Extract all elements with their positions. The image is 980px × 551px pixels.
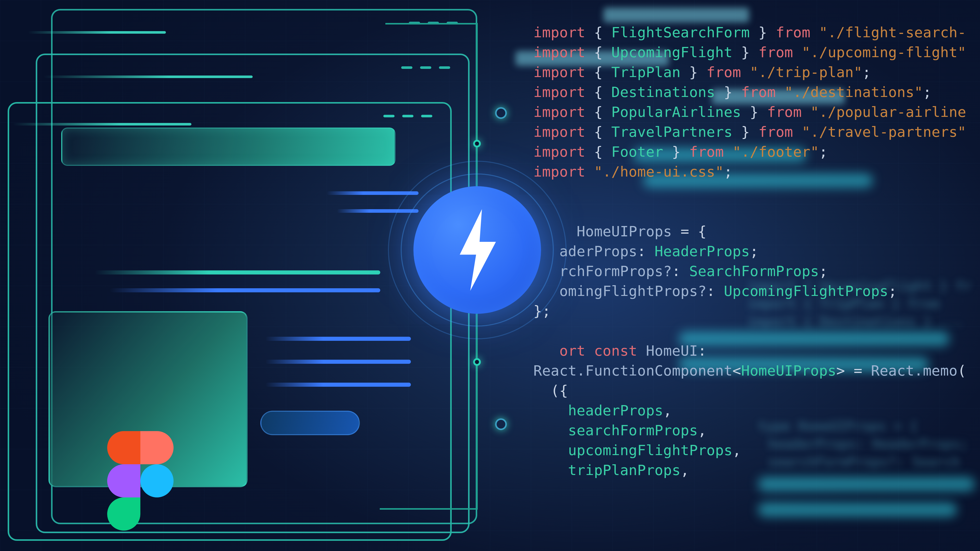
connector-node [473,140,481,148]
paragraph-line [266,360,411,364]
hero-block [61,127,396,166]
figma-logo [107,431,173,533]
motion-streak [28,31,166,34]
connector-line [380,508,478,510]
connector-line [385,23,477,24]
content-line [94,270,380,275]
breakpoint-node [495,418,507,430]
breakpoint-node [495,107,507,119]
content-line [110,288,380,292]
code-panel: import { FlightSearchForm } from "./flig… [533,3,980,480]
connector-node [473,358,481,366]
window-controls [401,66,450,69]
paragraph-line [266,383,411,387]
window-controls [383,115,432,118]
motion-streak [13,123,191,125]
cta-button [260,411,360,435]
motion-streak [43,76,253,78]
